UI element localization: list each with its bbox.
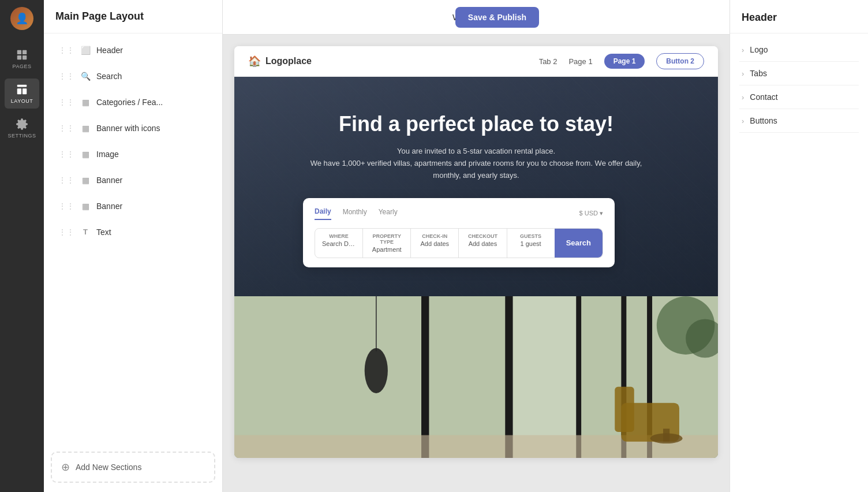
property-type-value: Apartment <box>370 246 403 253</box>
right-panel-item-contact[interactable]: › Contact <box>730 85 868 109</box>
checkout-field[interactable]: Checkout Add dates <box>459 229 507 258</box>
preview-header: 🏠 Logoplace Tab 2 Page 1 Page 1 Button 2 <box>234 46 718 77</box>
eye-icon[interactable]: 👁 <box>185 226 195 237</box>
eye-icon[interactable]: 👁 <box>185 96 195 107</box>
svg-rect-6 <box>23 88 27 94</box>
right-panel-item-tabs[interactable]: › Tabs <box>730 62 868 85</box>
guests-value: 1 guest <box>514 240 548 247</box>
layout-label: LAYOUT <box>11 98 33 104</box>
drag-handle-icon[interactable]: ⋮⋮ <box>58 202 74 211</box>
guests-field[interactable]: Guests 1 guest <box>507 229 555 258</box>
delete-icon[interactable]: 🗑 <box>172 96 182 107</box>
svg-point-16 <box>365 348 388 393</box>
main-area: Website ✏️ Save & Publish 🏠 Logoplace Ta… <box>223 0 729 492</box>
user-avatar[interactable]: 👤 <box>10 7 33 30</box>
room-image-svg <box>234 296 718 458</box>
delete-icon[interactable]: 🗑 <box>172 200 182 211</box>
list-item[interactable]: ⋮⋮ ⬜ Header 🗑 👁 ⚙ <box>51 38 215 62</box>
gear-icon[interactable]: ⚙ <box>199 122 208 133</box>
nav-page1-btn[interactable]: Page 1 <box>604 54 645 69</box>
drag-handle-icon[interactable]: ⋮⋮ <box>58 46 74 55</box>
banner1-section-icon: ▦ <box>80 176 91 185</box>
svg-rect-14 <box>513 296 576 458</box>
chevron-right-icon: › <box>742 117 744 125</box>
sidebar-item-settings[interactable]: SETTINGS <box>5 113 39 143</box>
eye-icon[interactable]: 👁 <box>185 174 195 185</box>
svg-rect-10 <box>505 296 512 458</box>
tab-daily[interactable]: Daily <box>315 207 331 220</box>
gear-icon[interactable]: ⚙ <box>199 174 208 185</box>
drag-handle-icon[interactable]: ⋮⋮ <box>58 228 74 237</box>
svg-rect-2 <box>17 55 21 59</box>
svg-rect-1 <box>23 50 27 54</box>
list-item[interactable]: ⋮⋮ ▦ Image 🗑 👁 ⚙ <box>51 142 215 166</box>
list-item[interactable]: ⋮⋮ T Text 🗑 👁 ⚙ <box>51 220 215 244</box>
gear-icon[interactable]: ⚙ <box>199 96 208 107</box>
hero-subtitle: You are invited to a 5-star vacation ren… <box>303 146 649 181</box>
nav-page1-text[interactable]: Page 1 <box>568 57 592 66</box>
sidebar-items-list: ⋮⋮ ⬜ Header 🗑 👁 ⚙ ⋮⋮ 🔍 Search 🗑 👁 ⚙ ⋮⋮ ▦ <box>44 33 222 447</box>
eye-icon[interactable]: 👁 <box>185 148 195 159</box>
eye-icon[interactable]: 👁 <box>185 70 195 81</box>
add-new-sections-button[interactable]: ⊕ Add New Sections <box>51 452 215 483</box>
list-item[interactable]: ⋮⋮ ▦ Categories / Fea... 🗑 👁 ⚙ <box>51 90 215 114</box>
tab-monthly[interactable]: Monthly <box>343 208 367 219</box>
list-item[interactable]: ⋮⋮ ▦ Banner 🗑 👁 ⚙ <box>51 168 215 192</box>
delete-icon[interactable]: 🗑 <box>172 174 182 185</box>
eye-icon[interactable]: 👁 <box>185 44 195 55</box>
sidebar-item-pages[interactable]: PAGES <box>5 44 39 74</box>
nav-tab2[interactable]: Tab 2 <box>539 57 558 66</box>
currency-selector[interactable]: $ USD ▾ <box>579 210 603 217</box>
delete-icon[interactable]: 🗑 <box>172 70 182 81</box>
delete-icon[interactable]: 🗑 <box>172 148 182 159</box>
delete-icon[interactable]: 🗑 <box>172 226 182 237</box>
list-item[interactable]: ⋮⋮ 🔍 Search 🗑 👁 ⚙ <box>51 64 215 88</box>
checkout-value: Add dates <box>466 240 499 247</box>
svg-rect-21 <box>663 428 669 441</box>
drag-handle-icon[interactable]: ⋮⋮ <box>58 150 74 159</box>
settings-icon <box>16 118 28 131</box>
list-item[interactable]: ⋮⋮ ▦ Banner with icons 🗑 👁 ⚙ <box>51 116 215 140</box>
text-section-icon: T <box>80 228 91 236</box>
drag-handle-icon[interactable]: ⋮⋮ <box>58 72 74 81</box>
main-canvas: 🏠 Logoplace Tab 2 Page 1 Page 1 Button 2… <box>223 35 729 492</box>
right-panel-item-buttons[interactable]: › Buttons <box>730 109 868 132</box>
tab-yearly[interactable]: Yearly <box>379 208 398 219</box>
right-panel-item-logo[interactable]: › Logo <box>730 38 868 61</box>
logo-icon: 🏠 <box>248 55 261 68</box>
nav-button2-btn[interactable]: Button 2 <box>656 53 704 69</box>
settings-label: SETTINGS <box>8 133 36 139</box>
svg-rect-0 <box>17 50 21 54</box>
drag-handle-icon[interactable]: ⋮⋮ <box>58 176 74 185</box>
add-section-label: Add New Sections <box>76 463 141 472</box>
image-section <box>234 296 718 458</box>
where-label: Where <box>322 233 356 239</box>
search-submit-button[interactable]: Search <box>555 229 603 258</box>
right-panel-items: › Logo › Tabs › Contact › Buttons <box>730 33 868 137</box>
eye-icon[interactable]: 👁 <box>185 200 195 211</box>
sidebar-item-layout[interactable]: LAYOUT <box>5 79 39 109</box>
gear-icon[interactable]: ⚙ <box>199 200 208 211</box>
save-publish-button[interactable]: Save & Publish <box>455 7 539 28</box>
eye-icon[interactable]: 👁 <box>185 122 195 133</box>
property-type-field[interactable]: Property Type Apartment <box>363 229 411 258</box>
layout-icon <box>16 83 28 96</box>
where-field[interactable]: Where Search Destinations <box>315 229 363 258</box>
delete-icon[interactable]: 🗑 <box>172 44 182 55</box>
sidebar-title: Main Page Layout <box>44 0 222 33</box>
chevron-right-icon: › <box>742 46 744 54</box>
chevron-right-icon: › <box>742 93 744 102</box>
list-item[interactable]: ⋮⋮ ▦ Banner 🗑 👁 ⚙ <box>51 194 215 218</box>
gear-icon[interactable]: ⚙ <box>199 148 208 159</box>
svg-rect-3 <box>23 55 27 59</box>
logo-area: 🏠 Logoplace <box>248 55 312 68</box>
gear-icon[interactable]: ⚙ <box>199 44 208 55</box>
where-value: Search Destinations <box>322 240 356 247</box>
pages-label: PAGES <box>13 64 32 69</box>
delete-icon[interactable]: 🗑 <box>172 122 182 133</box>
drag-handle-icon[interactable]: ⋮⋮ <box>58 98 74 107</box>
gear-icon[interactable]: ⚙ <box>199 226 208 237</box>
gear-icon[interactable]: ⚙ <box>199 70 208 81</box>
drag-handle-icon[interactable]: ⋮⋮ <box>58 124 74 133</box>
checkin-field[interactable]: Check-in Add dates <box>411 229 459 258</box>
